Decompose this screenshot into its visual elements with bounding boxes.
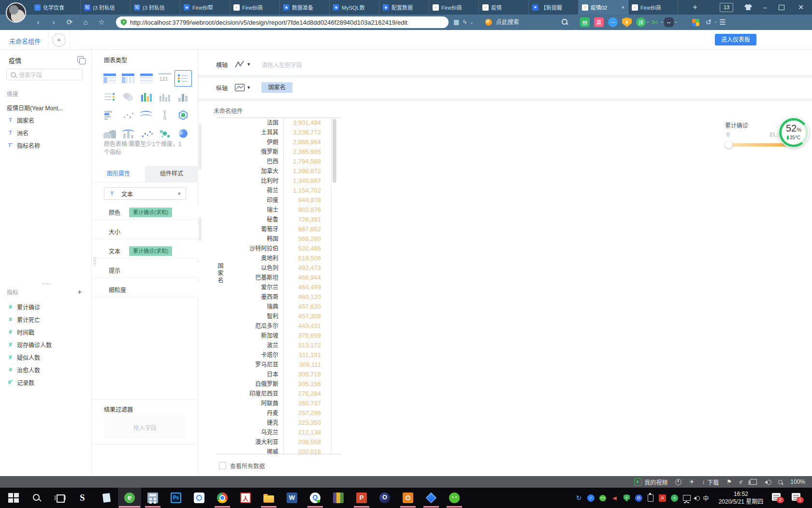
canvas-scrollbar[interactable] bbox=[199, 123, 202, 170]
apps-grid-icon[interactable] bbox=[692, 19, 699, 26]
horizontal-bar-icon[interactable] bbox=[101, 107, 118, 123]
search-engine-icon[interactable] bbox=[485, 19, 492, 26]
window-split-button[interactable] bbox=[750, 479, 757, 485]
line-chart-icon[interactable] bbox=[138, 107, 155, 123]
find-on-page-button[interactable] bbox=[778, 480, 783, 484]
taskbar-clock[interactable]: 16:52 2020/5/21 星期四 bbox=[717, 490, 765, 506]
dimension-field[interactable]: 国家名 bbox=[7, 114, 88, 126]
range-chart-icon[interactable] bbox=[156, 107, 174, 123]
checkbox-icon[interactable] bbox=[219, 462, 226, 469]
menu-icon[interactable]: ☰ bbox=[718, 17, 727, 27]
skin-icon[interactable] bbox=[744, 4, 752, 10]
app-acrobat[interactable] bbox=[234, 488, 257, 508]
sidebar-drag-handle[interactable] bbox=[42, 283, 51, 285]
vaxis-field-pill[interactable]: 国家名 bbox=[261, 82, 292, 93]
my-videos-button[interactable]: 我的视频 bbox=[634, 478, 667, 486]
app-qq[interactable] bbox=[304, 488, 327, 508]
browser-tab[interactable]: FineBI帮 bbox=[180, 0, 230, 15]
restore-icon[interactable]: ↺ bbox=[704, 17, 713, 27]
combo-chart-icon[interactable] bbox=[119, 125, 137, 142]
app-powerpoint[interactable] bbox=[350, 488, 373, 508]
tab-count-badge[interactable]: 13 bbox=[720, 3, 733, 12]
browser-tab[interactable]: 疫情02 × bbox=[579, 0, 628, 15]
browser-tab[interactable]: MySQL数 bbox=[330, 0, 379, 15]
flag-button[interactable]: ⚑ bbox=[726, 478, 732, 485]
forward-icon[interactable]: › bbox=[48, 15, 59, 30]
table-scrollbar-thumb[interactable] bbox=[333, 119, 336, 183]
metric-field[interactable]: 现存确诊人数 bbox=[7, 338, 88, 351]
browser-tab[interactable]: 配置数据 bbox=[379, 0, 429, 15]
text-type-dropdown[interactable]: 文本 ▼ bbox=[104, 187, 186, 200]
field-pill[interactable]: 累计确诊(求和) bbox=[129, 208, 172, 217]
ie-mode-button[interactable]: e bbox=[740, 478, 742, 486]
browser-tab[interactable]: 疫情 bbox=[479, 0, 529, 15]
metric-field[interactable]: 时间戳 bbox=[7, 326, 88, 338]
multi-color-bar-icon[interactable] bbox=[138, 89, 155, 105]
detail-table-icon[interactable] bbox=[138, 70, 155, 87]
browser-tab[interactable]: FineBI商 bbox=[230, 0, 280, 15]
view-all-data-checkbox[interactable]: 查看所有数据 bbox=[219, 462, 265, 470]
tray-usb-icon[interactable] bbox=[648, 494, 653, 502]
close-icon[interactable]: ✕ bbox=[796, 0, 806, 15]
kpi-card-icon[interactable] bbox=[156, 70, 174, 87]
search-input[interactable]: 点此搜索 bbox=[496, 15, 519, 30]
browser-tab[interactable]: 化学饮食 bbox=[31, 0, 81, 15]
url-field[interactable]: + http://localhost:37799/webroot/decisio… bbox=[116, 16, 449, 28]
tray-network-icon[interactable] bbox=[683, 495, 691, 501]
maximize-icon[interactable] bbox=[779, 5, 784, 10]
notification-icon[interactable]: 1 bbox=[792, 493, 800, 501]
ticket-icon[interactable]: 票 bbox=[594, 17, 604, 27]
app-screen-recorder[interactable] bbox=[396, 488, 420, 508]
add-metric-button[interactable]: + bbox=[77, 288, 82, 297]
zoom-level[interactable]: 100% bbox=[790, 478, 805, 485]
translate-icon[interactable]: 译 bbox=[636, 17, 646, 27]
speed-icon[interactable]: ϟ bbox=[463, 15, 466, 30]
tray-check-icon[interactable]: ✓ bbox=[587, 494, 594, 502]
tray-sogou-icon[interactable]: ◀ bbox=[609, 492, 621, 504]
add-component-button[interactable]: + bbox=[52, 33, 66, 47]
taskbar-search[interactable] bbox=[25, 488, 48, 508]
area-chart-icon[interactable] bbox=[101, 125, 118, 142]
task-view[interactable] bbox=[48, 488, 72, 508]
scatter-chart-icon[interactable] bbox=[138, 125, 155, 142]
app-calculator[interactable] bbox=[141, 488, 164, 508]
reading-mode-icon[interactable] bbox=[580, 17, 590, 27]
stacked-bar-icon[interactable] bbox=[174, 89, 192, 105]
browser-tab[interactable]: FineBI商 bbox=[628, 0, 678, 15]
browser-tab[interactable]: FineBI商 bbox=[429, 0, 479, 15]
canvas-scrollbar[interactable] bbox=[199, 217, 202, 241]
cross-table-icon[interactable] bbox=[119, 70, 137, 87]
new-tab-button[interactable]: + bbox=[690, 0, 700, 15]
metric-field[interactable]: 疑似人数 bbox=[7, 351, 88, 363]
app-archiver[interactable] bbox=[327, 488, 350, 508]
proxy-icon[interactable] bbox=[608, 17, 618, 27]
tab-close-icon[interactable]: × bbox=[621, 4, 624, 10]
app-image-search[interactable] bbox=[188, 488, 211, 508]
metric-field[interactable]: 累计死亡 bbox=[7, 313, 88, 326]
chevron-down-icon[interactable]: ⌄ bbox=[470, 15, 474, 30]
point-chart-icon[interactable] bbox=[119, 107, 137, 123]
gamepad-icon[interactable] bbox=[664, 17, 674, 27]
tray-sync-icon[interactable]: ↻ bbox=[573, 492, 585, 504]
app-finebi[interactable] bbox=[420, 488, 443, 508]
app-s[interactable] bbox=[72, 488, 95, 508]
app-opera[interactable] bbox=[373, 488, 396, 508]
field-pill[interactable]: 累计确诊(求和) bbox=[129, 246, 172, 256]
dataset-name[interactable]: 疫情 bbox=[9, 56, 21, 65]
metric-field[interactable]: 记录数 bbox=[7, 376, 88, 388]
zoom-icon[interactable] bbox=[678, 17, 688, 27]
stacked-windows-icon[interactable]: 2 bbox=[772, 493, 781, 501]
color-table-icon[interactable] bbox=[174, 70, 192, 87]
tray-plus-icon[interactable]: + bbox=[671, 494, 678, 502]
browser-tab[interactable]: (3 封私信 bbox=[81, 0, 130, 15]
metric-field[interactable]: 累计确诊 bbox=[7, 300, 88, 313]
map-chart-icon[interactable] bbox=[119, 89, 137, 105]
tray-pdf-icon[interactable]: A bbox=[659, 494, 666, 502]
app-photoshop[interactable] bbox=[164, 488, 188, 508]
bookmark-star-icon[interactable]: ☆ bbox=[96, 15, 107, 30]
app-wechat[interactable] bbox=[443, 488, 466, 508]
screenshot-icon[interactable]: ✄ bbox=[650, 17, 660, 27]
metric-field[interactable]: 治愈人数 bbox=[7, 363, 88, 376]
dimension-field[interactable]: 洲名 bbox=[7, 126, 88, 139]
tab-graphic-properties[interactable]: 图形属性 bbox=[92, 166, 145, 182]
